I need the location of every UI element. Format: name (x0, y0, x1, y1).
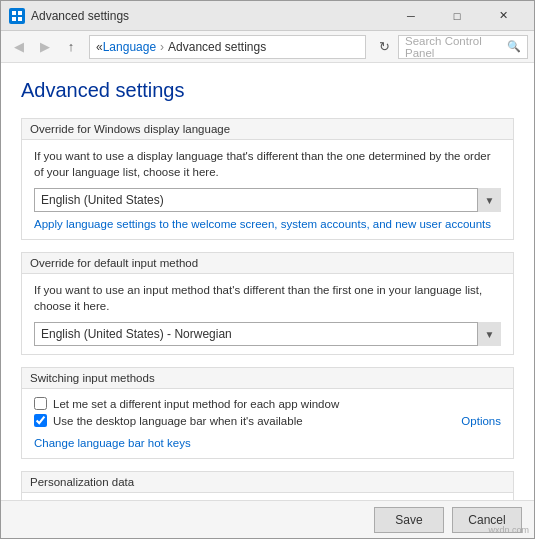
svg-rect-0 (12, 11, 16, 15)
title-bar-controls: ─ □ ✕ (388, 1, 526, 31)
search-bar: Search Control Panel 🔍 (398, 35, 528, 59)
checkbox-row-1: Let me set a different input method for … (34, 397, 501, 410)
save-button[interactable]: Save (374, 507, 444, 533)
window-icon (9, 8, 25, 24)
breadcrumb-parent[interactable]: Language (103, 40, 156, 54)
display-language-dropdown-container: English (United States) ▼ (34, 188, 501, 212)
display-language-header: Override for Windows display language (22, 119, 513, 140)
minimize-button[interactable]: ─ (388, 1, 434, 31)
display-language-body: If you want to use a display language th… (22, 140, 513, 239)
breadcrumb-arrow: › (160, 40, 164, 54)
breadcrumb: « Language › Advanced settings (89, 35, 366, 59)
search-icon: 🔍 (507, 40, 521, 53)
breadcrumb-current: Advanced settings (168, 40, 266, 54)
language-bar-label: Use the desktop language bar when it's a… (53, 415, 303, 427)
display-language-desc: If you want to use a display language th… (34, 148, 501, 180)
per-app-label: Let me set a different input method for … (53, 398, 339, 410)
svg-rect-2 (12, 17, 16, 21)
breadcrumb-separator: « (96, 40, 103, 54)
hotkeys-link[interactable]: Change language bar hot keys (34, 437, 191, 449)
back-button[interactable]: ◀ (7, 35, 31, 59)
footer: Save Cancel (1, 500, 534, 538)
input-method-section: Override for default input method If you… (21, 252, 514, 355)
close-button[interactable]: ✕ (480, 1, 526, 31)
maximize-button[interactable]: □ (434, 1, 480, 31)
switching-header: Switching input methods (22, 368, 513, 389)
input-method-dropdown-container: English (United States) - Norwegian ▼ (34, 322, 501, 346)
svg-rect-1 (18, 11, 22, 15)
cancel-button[interactable]: Cancel (452, 507, 522, 533)
title-bar-text: Advanced settings (31, 9, 388, 23)
main-window: Advanced settings ─ □ ✕ ◀ ▶ ↑ « Language… (0, 0, 535, 539)
search-placeholder: Search Control Panel (405, 35, 505, 59)
display-language-section: Override for Windows display language If… (21, 118, 514, 240)
display-language-dropdown[interactable]: English (United States) (34, 188, 501, 212)
language-bar-checkbox[interactable] (34, 414, 47, 427)
switching-body: Let me set a different input method for … (22, 389, 513, 458)
up-button[interactable]: ↑ (59, 35, 83, 59)
per-app-checkbox[interactable] (34, 397, 47, 410)
refresh-button[interactable]: ↻ (372, 35, 396, 59)
display-language-apply-link[interactable]: Apply language settings to the welcome s… (34, 218, 491, 230)
input-method-dropdown[interactable]: English (United States) - Norwegian (34, 322, 501, 346)
input-method-header: Override for default input method (22, 253, 513, 274)
input-method-desc: If you want to use an input method that'… (34, 282, 501, 314)
forward-button[interactable]: ▶ (33, 35, 57, 59)
personalization-body: This data is only used to improve handwr… (22, 493, 513, 500)
input-method-body: If you want to use an input method that'… (22, 274, 513, 354)
svg-rect-3 (18, 17, 22, 21)
checkbox-row-2: Use the desktop language bar when it's a… (34, 414, 501, 427)
switching-section: Switching input methods Let me set a dif… (21, 367, 514, 459)
content-area: Advanced settings Override for Windows d… (1, 63, 534, 500)
personalization-header: Personalization data (22, 472, 513, 493)
title-bar: Advanced settings ─ □ ✕ (1, 1, 534, 31)
personalization-section: Personalization data This data is only u… (21, 471, 514, 500)
nav-bar: ◀ ▶ ↑ « Language › Advanced settings ↻ S… (1, 31, 534, 63)
page-title: Advanced settings (21, 79, 514, 102)
options-link[interactable]: Options (461, 415, 501, 427)
